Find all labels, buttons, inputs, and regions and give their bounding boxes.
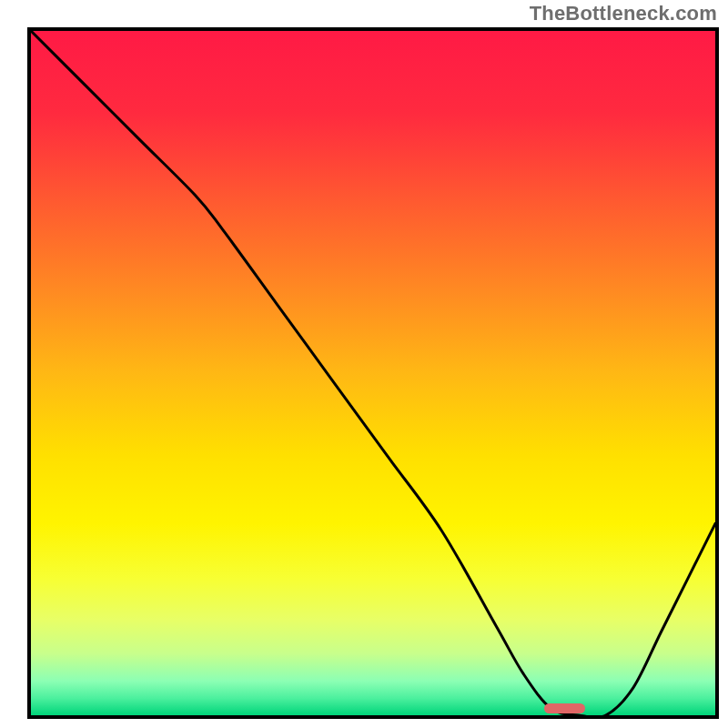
optimal-range-marker [544,703,585,713]
bottleneck-curve [31,31,715,715]
chart-canvas: TheBottleneck.com [0,0,728,728]
watermark-text: TheBottleneck.com [530,2,717,25]
curve-layer [31,31,715,715]
plot-frame [27,27,719,719]
